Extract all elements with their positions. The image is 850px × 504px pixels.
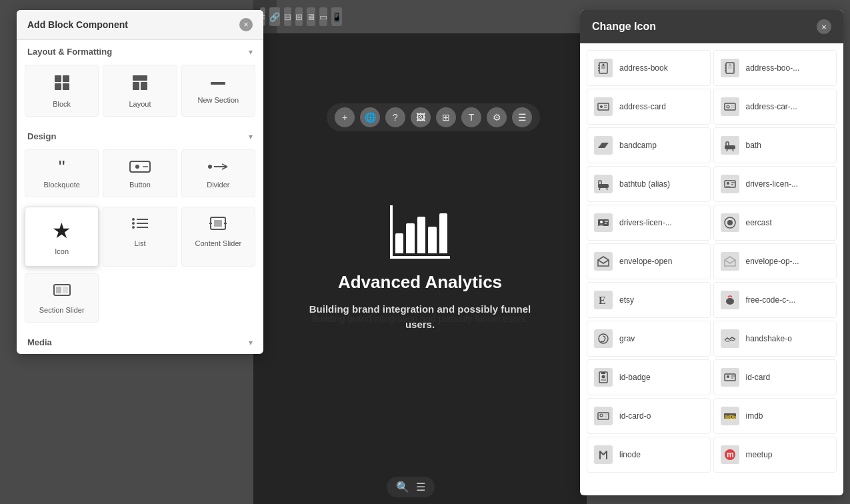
section-header-design[interactable]: Design ▾ xyxy=(17,125,263,148)
icon-item-drivers-license-o[interactable]: drivers-licen-... xyxy=(713,166,837,202)
bottom-toolbar: 🔍 ☰ xyxy=(387,477,435,497)
block-item-icon[interactable]: ★ Icon xyxy=(25,207,99,267)
icon-item-free-code-camp[interactable]: free-code-c-... xyxy=(713,282,837,318)
icon-item-eercast[interactable]: eercast xyxy=(713,205,837,241)
block-item-section-slider[interactable]: Section Slider xyxy=(25,273,99,323)
svg-line-53 xyxy=(727,149,727,151)
icon-item-bandcamp[interactable]: bandcamp xyxy=(587,127,711,163)
ci-scroll-area[interactable]: address-book address-boo-... address-car… xyxy=(580,43,843,492)
block-item-blockquote[interactable]: " Blockquote xyxy=(25,149,99,197)
content-slider-icon xyxy=(209,215,227,235)
section-header-media[interactable]: Media ▾ xyxy=(17,331,263,354)
section-toolbar: + 🌐 ? 🖼 ⊞ T ⚙ ☰ xyxy=(327,103,540,131)
zoom-btn[interactable]: 🔍 xyxy=(396,481,409,493)
block-label-content-slider: Content Slider xyxy=(195,239,241,247)
section-grid-btn[interactable]: ⊞ xyxy=(436,107,456,127)
svg-line-58 xyxy=(607,188,607,190)
bar-4 xyxy=(428,227,436,253)
svg-point-85 xyxy=(600,414,603,417)
icon-item-meetup[interactable]: m meetup xyxy=(713,437,837,473)
icon-label-imdb: imdb xyxy=(746,411,763,421)
section-header-layout[interactable]: Layout & Formatting ▾ xyxy=(17,40,263,63)
icon-item-bathtub[interactable]: bathtub (alias) xyxy=(587,166,711,202)
section-image-btn[interactable]: 🖼 xyxy=(411,107,431,127)
panel-close-btn[interactable]: × xyxy=(239,18,253,31)
icon-label-address-card: address-card xyxy=(619,102,666,111)
svg-rect-42 xyxy=(598,103,609,110)
toolbar-grid[interactable]: ⊞ xyxy=(295,7,303,26)
icon-item-address-book[interactable]: address-book xyxy=(587,50,711,86)
svg-rect-3 xyxy=(63,83,69,90)
block-item-layout[interactable]: Layout xyxy=(103,65,177,117)
panel-header: Add Block Component × xyxy=(17,10,263,40)
ci-header: Change Icon × xyxy=(580,10,843,43)
icon-item-imdb[interactable]: IMDb imdb xyxy=(713,398,837,434)
block-item-button[interactable]: Button xyxy=(103,149,177,197)
icon-label-eercast: eercast xyxy=(746,218,772,227)
toolbar-link[interactable]: 🔗 xyxy=(269,7,280,26)
svg-rect-4 xyxy=(133,75,147,81)
bandcamp-icon xyxy=(594,136,613,155)
icon-label-envelope-open-o: envelope-op-... xyxy=(746,257,799,266)
layout-section-label: Layout & Formatting xyxy=(27,47,112,57)
drivers-license-o-icon xyxy=(721,175,739,193)
imdb-icon: IMDb xyxy=(721,407,739,425)
grav-icon xyxy=(594,329,613,348)
section-add-btn[interactable]: + xyxy=(335,107,355,127)
svg-rect-1 xyxy=(63,75,69,82)
svg-rect-26 xyxy=(56,287,61,293)
icon-item-drivers-license[interactable]: drivers-licen-... xyxy=(587,205,711,241)
icon-item-etsy[interactable]: E etsy xyxy=(587,282,711,318)
icon-label-id-card-o: id-card-o xyxy=(619,411,651,421)
toolbar-mobile[interactable]: 📱 xyxy=(331,7,342,26)
ci-title: Change Icon xyxy=(592,21,656,33)
ci-close-btn[interactable]: × xyxy=(817,19,831,34)
block-item-content-slider[interactable]: Content Slider xyxy=(181,207,255,267)
svg-rect-5 xyxy=(133,82,139,90)
icon-item-address-card-o[interactable]: address-car-... xyxy=(713,89,837,125)
svg-line-57 xyxy=(599,188,600,190)
new-section-icon xyxy=(209,73,227,92)
list-icon xyxy=(131,215,149,235)
icon-item-id-badge[interactable]: id-badge xyxy=(587,359,711,395)
section-text-btn[interactable]: T xyxy=(461,107,481,127)
toolbar-cols[interactable]: ⊟ xyxy=(284,7,291,26)
section-globe-btn[interactable]: 🌐 xyxy=(360,107,380,127)
hero-title: Advanced Analytics xyxy=(338,272,502,293)
icon-item-bath[interactable]: bath xyxy=(713,127,837,163)
section-help-btn[interactable]: ? xyxy=(385,107,405,127)
block-item-list[interactable]: List xyxy=(103,207,177,267)
svg-point-31 xyxy=(603,64,605,66)
bar-1 xyxy=(395,233,403,253)
star-icon: ★ xyxy=(52,218,71,243)
svg-rect-84 xyxy=(598,413,609,419)
block-label-new-section: New Section xyxy=(197,96,239,104)
block-item-divider[interactable]: Divider xyxy=(181,149,255,197)
layout-chevron-icon: ▾ xyxy=(249,47,253,57)
icon-item-id-card-o[interactable]: id-card-o xyxy=(587,398,711,434)
icon-item-envelope-open[interactable]: envelope-open xyxy=(587,243,711,279)
add-block-panel: Add Block Component × Layout & Formattin… xyxy=(17,10,263,354)
block-item-block[interactable]: Block xyxy=(25,65,99,117)
svg-text:IMDb: IMDb xyxy=(725,415,736,419)
icon-item-address-book-o[interactable]: address-boo-... xyxy=(713,50,837,86)
menu-btn[interactable]: ☰ xyxy=(416,481,425,493)
icon-item-envelope-open-o[interactable]: envelope-op-... xyxy=(713,243,837,279)
divider-icon xyxy=(207,158,229,177)
id-badge-icon xyxy=(594,368,613,387)
svg-text:m: m xyxy=(727,450,734,459)
toolbar-desktop[interactable]: 🖥 xyxy=(307,7,315,26)
icon-item-handshake-o[interactable]: handshake-o xyxy=(713,321,837,357)
icon-item-address-card[interactable]: address-card xyxy=(587,89,711,125)
block-item-new-section[interactable]: New Section xyxy=(181,65,255,117)
section-more-btn[interactable]: ☰ xyxy=(512,107,532,127)
section-settings-btn[interactable]: ⚙ xyxy=(487,107,507,127)
toolbar-tablet[interactable]: ▭ xyxy=(319,7,327,26)
icon-label-meetup: meetup xyxy=(746,450,773,459)
icon-item-grav[interactable]: grav xyxy=(587,321,711,357)
block-icon xyxy=(53,73,71,96)
bar-2 xyxy=(406,223,414,253)
icon-item-id-card[interactable]: id-card xyxy=(713,359,837,395)
hero-subtitle: Building brand integration and possibly … xyxy=(307,302,533,332)
icon-item-linode[interactable]: linode xyxy=(587,437,711,473)
